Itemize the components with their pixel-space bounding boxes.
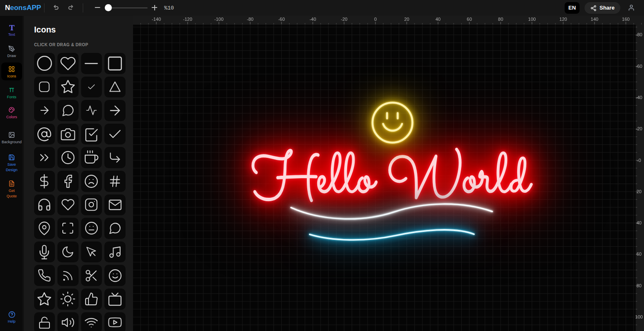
svg-text:100: 100 [528,17,535,22]
svg-text:-120: -120 [183,17,192,22]
svg-text:-60: -60 [636,64,642,69]
svg-text:-80: -80 [247,17,254,22]
svg-text:40: 40 [637,220,642,225]
svg-text:-0: -0 [637,158,641,163]
svg-text:140: 140 [591,17,598,22]
svg-text:100: 100 [635,314,643,319]
svg-text:40: 40 [435,17,440,22]
svg-text:-40: -40 [636,95,642,100]
svg-text:-60: -60 [278,17,285,22]
svg-text:-140: -140 [152,17,161,22]
svg-text:-100: -100 [214,17,223,22]
svg-text:20: 20 [637,189,642,194]
svg-text:-80: -80 [636,32,642,37]
svg-text:80: 80 [498,17,503,22]
svg-text:20: 20 [404,17,409,22]
svg-text:60: 60 [637,251,642,256]
svg-text:120: 120 [560,17,567,22]
svg-text:80: 80 [637,283,642,288]
svg-text:-20: -20 [341,17,348,22]
svg-text:-40: -40 [309,17,316,22]
svg-text:-20: -20 [636,126,642,131]
svg-text:0: 0 [374,17,377,22]
svg-text:160: 160 [622,17,629,22]
svg-text:60: 60 [467,17,472,22]
